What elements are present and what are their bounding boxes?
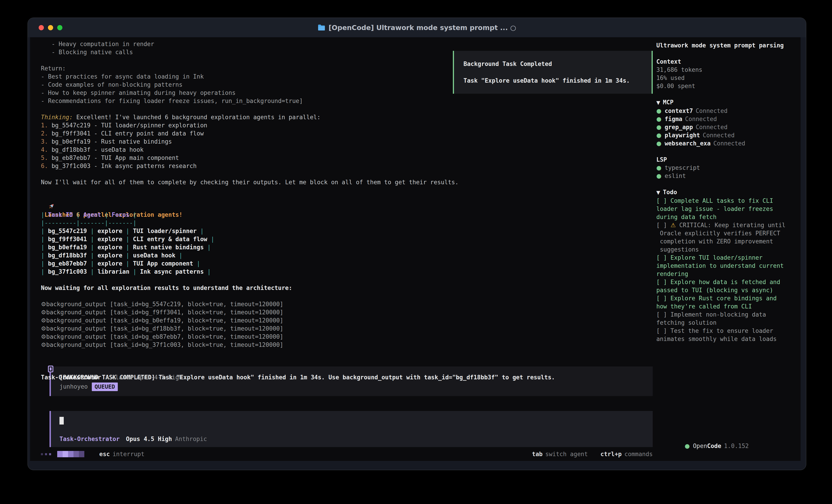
- text-segment: |: [41, 228, 48, 234]
- context-section: Context 31,686 tokens 16% used $0.00 spe…: [656, 58, 801, 90]
- mcp-server-status: Connected: [713, 140, 745, 147]
- text-segment: explore: [98, 260, 122, 267]
- text-segment: |: [204, 244, 211, 251]
- model-label[interactable]: Opus 4.5 High: [126, 436, 172, 442]
- text-segment: bg_f9ff3041 - CLI entry point and data f…: [52, 130, 204, 137]
- terminal-line: ⚙background_output [task_id=bg_eb87ebb7,…: [41, 333, 653, 341]
- terminal-line: Launched 6 parallel exploration agents!: [41, 194, 653, 202]
- terminal-line: - Heavy computation in render: [41, 40, 653, 48]
- text-segment: 2.: [41, 130, 52, 137]
- text-segment: background_output [task_id=bg_b0effa19, …: [46, 317, 283, 324]
- todo-section: ▼Todo [ ] Complete ALL tasks to fix CLI …: [656, 188, 801, 343]
- todo-item: [ ] Explore Rust core bindings and how t…: [656, 294, 801, 310]
- text-segment: background_output [task_id=bg_df18bb3f, …: [46, 325, 283, 332]
- text-segment: bg_df18bb3f: [48, 252, 87, 259]
- app-window: [OpenCode] Ultrawork mode system prompt …: [28, 18, 806, 470]
- terminal-line: ⚙background_output [task_id=bg_5547c219,…: [41, 300, 653, 308]
- text-segment: bg_b0effa19 - Rust native bindings: [52, 138, 172, 145]
- notification-title: Background Task Completed: [464, 60, 652, 68]
- terminal-line: [41, 202, 653, 211]
- mcp-server-name: websearch_exa: [665, 140, 711, 147]
- text-segment: |: [87, 252, 98, 259]
- text-segment: |: [122, 244, 133, 251]
- text-segment: |: [41, 268, 48, 275]
- text-segment: |: [204, 268, 211, 275]
- terminal-line: |---------|-------|-------|: [41, 219, 653, 227]
- text-segment: explore: [98, 252, 122, 259]
- green-status-dot: ●: [656, 172, 661, 179]
- terminal-line: Now waiting for all exploration results …: [41, 284, 653, 292]
- zoom-button[interactable]: [57, 25, 62, 30]
- busy-spinner: [41, 451, 84, 457]
- text-segment: 3.: [41, 138, 52, 145]
- terminal-line: ⚙background_output [task_id=bg_37f1c003,…: [41, 341, 653, 349]
- text-segment: |: [207, 236, 214, 243]
- text-segment: |: [101, 212, 112, 218]
- text-segment: ⚙: [41, 325, 46, 332]
- esc-key-hint: esc: [99, 451, 110, 457]
- text-segment: TUI loader/spinner: [133, 228, 197, 234]
- todo-item: [ ] ⚠ CRITICAL: Keep iterating until Ora…: [656, 221, 801, 254]
- text-cursor: [59, 417, 64, 424]
- text-segment: bg_b0effa19: [48, 244, 87, 251]
- terminal-line: | bg_5547c219 | explore | TUI loader/spi…: [41, 227, 653, 235]
- text-segment: - Recommendations for fixing loader free…: [41, 97, 303, 104]
- lsp-section-header[interactable]: LSP: [656, 156, 801, 164]
- window-title-text: [OpenCode] Ultrawork mode system prompt …: [329, 24, 516, 32]
- text-segment: background_output [task_id=bg_eb87ebb7, …: [46, 333, 283, 340]
- text-segment: Ink async patterns: [140, 268, 204, 275]
- text-segment: · claude-opus-4-5-high: [101, 374, 182, 381]
- active-agent-label[interactable]: Task-Orchestrator: [59, 436, 120, 442]
- todo-item: [ ] Complete ALL tasks to fix CLI loader…: [656, 197, 801, 221]
- text-segment: ⚙: [41, 333, 46, 340]
- mcp-server-item: ●playwrightConnected: [656, 131, 801, 139]
- green-status-dot: ●: [656, 164, 661, 171]
- terminal-line: 3. bg_b0effa19 - Rust native bindings: [41, 138, 653, 146]
- terminal-line: ⚙background_output [task_id=bg_df18bb3f,…: [41, 325, 653, 333]
- text-segment: explore: [98, 244, 122, 251]
- mcp-server-item: ●context7Connected: [656, 107, 801, 115]
- lsp-server-item: ●eslint: [656, 172, 801, 180]
- terminal-line: 2. bg_f9ff3041 - CLI entry point and dat…: [41, 130, 653, 138]
- app-name: OpenCode: [693, 443, 721, 449]
- provider-label: Anthropic: [175, 436, 207, 442]
- app-version: 1.0.152: [724, 443, 749, 449]
- notification-toast: Background Task Completed Task "Explore …: [453, 51, 653, 94]
- text-segment: background_output [task_id=bg_5547c219, …: [46, 301, 283, 308]
- text-segment: ⚙: [41, 301, 46, 308]
- close-button[interactable]: [38, 25, 44, 30]
- text-segment: |: [87, 260, 98, 267]
- mcp-section-header[interactable]: ▼MCP: [656, 98, 801, 107]
- titlebar[interactable]: [OpenCode] Ultrawork mode system prompt …: [28, 18, 806, 37]
- todo-section-header[interactable]: ▼Todo: [656, 188, 801, 197]
- mcp-server-name: grep_app: [665, 124, 693, 131]
- terminal-pane[interactable]: - Heavy computation in render - Blocking…: [30, 37, 653, 461]
- text-segment: - Heavy computation in render: [41, 40, 154, 48]
- prompt-input[interactable]: Task-OrchestratorOpus 4.5 HighAnthropic: [50, 411, 653, 447]
- green-status-dot: ●: [656, 132, 661, 139]
- text-segment: |: [129, 268, 140, 275]
- collapse-triangle-icon: ▼: [656, 100, 660, 106]
- mcp-server-item: ●websearch_exaConnected: [656, 139, 801, 147]
- text-segment: |: [41, 236, 48, 243]
- context-spent: $0.00 spent: [656, 82, 801, 90]
- terminal-line: Task-Orchestrator · claude-opus-4-5-high: [41, 357, 653, 365]
- green-status-dot: ●: [656, 108, 661, 114]
- text-segment: bg_f9ff3041: [48, 236, 87, 243]
- minimize-button[interactable]: [48, 25, 53, 30]
- terminal-line: | bg_eb87ebb7 | explore | TUI App compon…: [41, 259, 653, 268]
- text-segment: |: [87, 244, 98, 251]
- todo-item: [ ] Test the fix to ensure loader animat…: [656, 327, 801, 343]
- text-segment: |: [41, 252, 48, 259]
- mcp-server-item: ●grep_appConnected: [656, 123, 801, 131]
- text-segment: - Code examples of non-blocking patterns: [41, 81, 182, 88]
- text-segment: |: [87, 236, 98, 243]
- terminal-line: 1. bg_5547c219 - TUI loader/spinner expl…: [41, 121, 653, 130]
- terminal-line: Thinking: Excellent! I've launched 6 bac…: [41, 113, 653, 121]
- commands-key-hint: ctrl+p: [600, 451, 622, 457]
- text-segment: bg_df18bb3f - useData hook: [52, 146, 144, 153]
- message-author: junhoyeo: [59, 383, 88, 390]
- text-segment: |: [176, 252, 182, 259]
- text-segment: bg_5547c219 - TUI loader/spinner explora…: [52, 122, 207, 129]
- online-status-dot: ●: [684, 443, 690, 449]
